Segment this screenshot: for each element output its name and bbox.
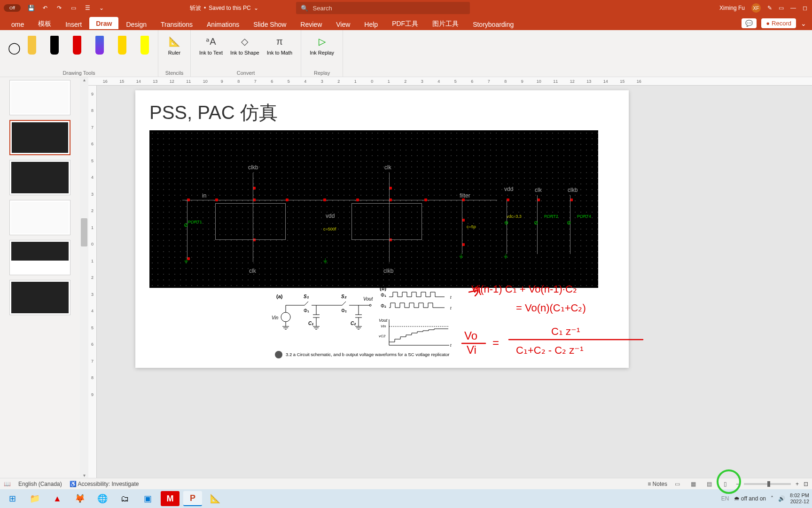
pen-galaxy[interactable] — [91, 36, 108, 64]
autosave-toggle[interactable]: Off — [4, 4, 21, 12]
slide-thumb[interactable] — [9, 240, 70, 275]
user-name[interactable]: Ximing Fu — [719, 5, 745, 11]
highlighter-yellow[interactable] — [114, 36, 131, 64]
normal-view-icon[interactable]: ▭ — [672, 479, 683, 489]
windows-taskbar: ⊞ 📁 ▲ 🦊 🌐 🗂 ▣ M P 📐 EN 🌧 off and on ˄ 🔊 … — [0, 489, 812, 508]
reading-view-icon[interactable]: ▤ — [704, 479, 715, 489]
clock[interactable]: 8:02 PM 2022-12 — [790, 492, 809, 505]
slide-thumb[interactable] — [9, 280, 70, 315]
replay-icon: ▷ — [314, 34, 329, 49]
svg-text:Vout: Vout — [379, 318, 388, 323]
ink-replay-button[interactable]: ▷Ink Replay — [306, 32, 338, 57]
tab-home[interactable]: ome — [5, 18, 31, 30]
undo-icon[interactable]: ↶ — [41, 4, 49, 12]
task-chrome[interactable]: 🌐 — [93, 491, 112, 506]
svg-text:3.2  a Circuit schematic, and : 3.2 a Circuit schematic, and b output vo… — [286, 352, 450, 357]
task-firefox[interactable]: 🦊 — [70, 491, 89, 506]
user-avatar[interactable]: XF — [751, 3, 761, 13]
start-button[interactable]: ⊞ — [3, 491, 22, 506]
spellcheck-icon[interactable]: 📖 — [4, 481, 11, 487]
tab-storyboard[interactable]: Storyboarding — [466, 18, 520, 30]
slide-thumb[interactable] — [9, 120, 70, 155]
ruler-button[interactable]: 📐 Ruler — [163, 32, 186, 57]
pen-yellow[interactable] — [23, 36, 40, 64]
slide-title[interactable]: PSS, PAC 仿真 — [149, 100, 615, 126]
save-icon[interactable]: 💾 — [27, 4, 35, 12]
svg-text:C₁: C₁ — [308, 321, 313, 326]
vertical-ruler: 9876543210123456789 — [88, 86, 97, 478]
svg-line-18 — [342, 302, 346, 305]
thumbnail-panel — [0, 77, 80, 478]
lasso-tool[interactable]: ◯ — [5, 34, 23, 62]
redo-icon[interactable]: ↷ — [55, 4, 63, 12]
slide[interactable]: PSS, PAC 仿真 clkb clk in vdd filter vdd c… — [135, 90, 629, 368]
qat-more-icon[interactable]: ⌄ — [98, 4, 105, 12]
ime-indicator[interactable]: EN — [721, 495, 729, 502]
thumbnail-scrollbar[interactable]: ▴ ▾ — [80, 77, 88, 478]
minimize-icon[interactable]: — — [790, 5, 796, 11]
task-powerpoint[interactable]: P — [183, 491, 202, 506]
tab-template[interactable]: 模板 — [31, 17, 58, 30]
svg-point-31 — [369, 304, 371, 306]
tab-slideshow[interactable]: Slide Show — [247, 18, 293, 30]
task-acrobat[interactable]: ▲ — [48, 491, 67, 506]
slide-canvas[interactable]: 1615141312111098765432101234567891011121… — [88, 77, 812, 478]
tab-review[interactable]: Review — [294, 18, 328, 30]
task-m[interactable]: M — [161, 491, 180, 506]
fit-window-button[interactable]: ⊡ — [804, 481, 808, 487]
tab-transitions[interactable]: Transitions — [154, 18, 199, 30]
ribbon-mode-icon[interactable]: ▭ — [779, 5, 784, 11]
zoom-in-button[interactable]: + — [796, 481, 799, 487]
tab-draw[interactable]: Draw — [89, 17, 118, 30]
slide-thumb[interactable] — [9, 160, 70, 195]
tab-image[interactable]: 图片工具 — [426, 17, 465, 30]
pen-mode-icon[interactable]: ✎ — [767, 5, 772, 11]
zoom-slider[interactable] — [744, 483, 791, 485]
language-indicator[interactable]: English (Canada) — [18, 481, 62, 487]
svg-line-5 — [304, 302, 308, 305]
pen-black[interactable] — [46, 36, 63, 64]
tab-pdf[interactable]: PDF工具 — [385, 17, 425, 30]
ink-text-icon: ᵃA — [203, 34, 219, 49]
svg-text:t: t — [450, 295, 452, 300]
tray-chevron-icon[interactable]: ˄ — [771, 495, 773, 502]
notes-button[interactable]: ≡ Notes — [648, 481, 667, 487]
task-matlab[interactable]: 📐 — [206, 491, 225, 506]
pen-red[interactable] — [69, 36, 86, 64]
svg-point-1 — [281, 312, 290, 322]
tab-animations[interactable]: Animations — [200, 18, 246, 30]
tab-help[interactable]: Help — [358, 18, 384, 30]
accessibility-indicator[interactable]: ♿ Accessibility: Investigate — [70, 481, 139, 487]
search-input[interactable]: 🔍 Search — [296, 2, 470, 14]
comments-button[interactable]: 💬 — [742, 18, 757, 28]
task-explorer[interactable]: 🗂 — [116, 491, 134, 506]
task-files[interactable]: 📁 — [25, 491, 44, 506]
svg-text:t: t — [450, 343, 452, 348]
svg-text:Φ₁: Φ₁ — [304, 308, 309, 313]
maximize-icon[interactable]: ◻ — [803, 5, 807, 11]
document-title[interactable]: 斩波 • Saved to this PC ⌄ — [190, 4, 258, 12]
record-button[interactable]: ● Record — [761, 18, 796, 28]
ink-shape-icon: ◇ — [237, 34, 252, 49]
slide-thumb[interactable] — [9, 200, 70, 235]
slide-thumb[interactable] — [9, 80, 70, 115]
ink-to-text-button[interactable]: ᵃAInk to Text — [195, 32, 226, 57]
zoom-out-button[interactable]: − — [736, 481, 739, 487]
ink-to-shape-button[interactable]: ◇Ink to Shape — [226, 32, 263, 57]
collapse-ribbon-icon[interactable]: ⌄ — [801, 20, 806, 27]
tab-view[interactable]: View — [329, 18, 357, 30]
list-icon[interactable]: ☰ — [84, 4, 91, 12]
ribbon-tabs: ome 模板 Insert Draw Design Transitions An… — [0, 16, 812, 30]
tab-design[interactable]: Design — [119, 18, 153, 30]
highlighter-bright[interactable] — [136, 36, 153, 64]
volume-icon[interactable]: 🔊 — [778, 495, 785, 502]
slideshow-view-icon[interactable]: ▯ — [720, 479, 731, 489]
present-icon[interactable]: ▭ — [70, 4, 77, 12]
sorter-view-icon[interactable]: ▦ — [688, 479, 699, 489]
task-reader[interactable]: ▣ — [138, 491, 157, 506]
horizontal-ruler: 1615141312111098765432101234567891011121… — [88, 77, 812, 86]
weather-widget[interactable]: 🌧 off and on — [734, 495, 766, 502]
ink-to-math-button[interactable]: πInk to Math — [263, 32, 296, 57]
tab-insert[interactable]: Insert — [59, 18, 88, 30]
ribbon-content: ◯ Drawing Tools 📐 Ruler Stencils ᵃAInk t… — [0, 30, 812, 77]
